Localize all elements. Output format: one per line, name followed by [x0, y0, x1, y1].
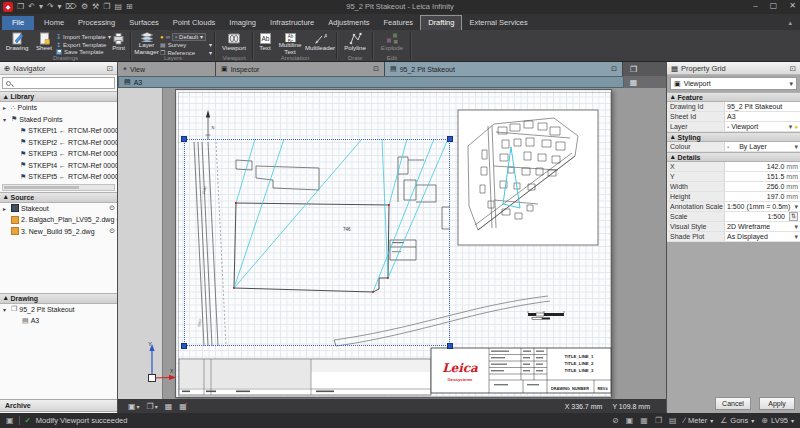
chevron-down-icon[interactable]: ▾	[789, 123, 793, 131]
undo-dropdown-icon[interactable]: ▾	[39, 1, 43, 12]
distance-unit-dropdown[interactable]: ∕Meter▾	[684, 416, 714, 425]
property-row-layer[interactable]: Layer ▪Viewport▾●	[667, 122, 800, 132]
grid-toggle-button[interactable]: ▦	[165, 402, 173, 411]
redo-icon[interactable]: ↷	[47, 1, 54, 12]
tab-point-clouds[interactable]: Point Clouds	[166, 16, 223, 30]
property-row-y[interactable]: Y 151.5mm	[667, 172, 800, 182]
tools-icon[interactable]: ⚒	[92, 1, 99, 12]
property-row-height[interactable]: Height 197.0mm	[667, 192, 800, 202]
apply-button[interactable]: Apply	[759, 397, 795, 410]
property-row-colour[interactable]: Colour ▪By Layer▾	[667, 142, 800, 152]
tab-surfaces[interactable]: Surfaces	[122, 16, 166, 30]
export-template-button[interactable]: ↥Export Template	[56, 41, 108, 48]
grid-snap-icon[interactable]: ▦	[640, 416, 648, 425]
viewport-handle-top-left[interactable]	[181, 136, 187, 142]
pin-icon[interactable]: ⊡	[611, 65, 617, 73]
tree-item-staked-point[interactable]: ⚑STKEPt1 ← RTCM-Ref 0000 (07/10/	[0, 125, 117, 137]
feature-section-header[interactable]: ▴Feature	[667, 92, 800, 102]
tree-item-staked-points[interactable]: ▾ ⚑ Staked Points	[0, 114, 117, 126]
a3-sheet[interactable]: 746 Platz 2560 N	[175, 89, 612, 398]
archive-box-icon[interactable]: ❐	[103, 1, 110, 12]
panel-toggle-button[interactable]: ▦	[627, 76, 640, 88]
property-row-scale[interactable]: Scale 1:500⇅	[667, 212, 800, 222]
property-row-x[interactable]: X 142.0mm	[667, 162, 800, 172]
property-row-annotation-scale[interactable]: Annotation Scale 1:500 (1mm = 0.5m)▾	[667, 202, 800, 212]
expander-icon[interactable]: ▾	[3, 306, 9, 313]
drawing-item-root[interactable]: ▾ ❐ 95_2 Pit Stakeout	[0, 304, 117, 316]
print-button[interactable]: Print	[108, 31, 129, 55]
tab-view[interactable]: ⌖ View	[118, 62, 216, 76]
delete-icon[interactable]: ⌦	[66, 1, 77, 12]
tab-external-services[interactable]: External Services	[462, 16, 534, 30]
minimize-button[interactable]: –	[753, 1, 757, 10]
tree-item-points[interactable]: ▸ ∴ Points	[0, 102, 117, 114]
layer-manager-button[interactable]: Layer Manager	[133, 31, 160, 55]
archive-section-header[interactable]: Archive	[0, 399, 117, 412]
tab-imaging[interactable]: Imaging	[222, 16, 263, 30]
tab-home[interactable]: Home	[37, 16, 71, 30]
expander-icon[interactable]: ▸	[3, 205, 9, 212]
layer-bulb-icon[interactable]: ●	[794, 124, 798, 130]
property-row-width[interactable]: Width 256.0mm	[667, 182, 800, 192]
viewport-handle-bottom-left[interactable]	[181, 343, 187, 349]
cancel-button[interactable]: Cancel	[715, 397, 751, 410]
tab-drafting[interactable]: Drafting	[420, 15, 462, 30]
report-icon[interactable]: ▤	[114, 1, 122, 12]
chevron-down-icon[interactable]: ▾	[794, 203, 798, 211]
pin-icon[interactable]: ⊡	[107, 64, 113, 73]
report-status-icon[interactable]: ▤	[669, 416, 677, 425]
polyline-button[interactable]: Polyline	[339, 31, 371, 55]
drawing-button[interactable]: Drawing	[2, 31, 32, 55]
tab-infrastructure[interactable]: Infrastructure	[263, 16, 321, 30]
copy-view-button[interactable]: ❐▾	[147, 402, 158, 411]
visibility-eye-icon[interactable]: ⊙	[109, 204, 117, 212]
tree-item-staked-point[interactable]: ⚑STKEPt5 ← RTCM-Ref 0000 (07/10/	[0, 171, 117, 183]
snap-grid-button[interactable]: ▦▪	[179, 402, 186, 411]
search-input[interactable]	[14, 80, 111, 87]
tab-adjustments[interactable]: Adjustments	[321, 16, 376, 30]
tab-pit-stakeout[interactable]: ▤ 95_2 Pit Stakeout ⊡	[385, 62, 623, 76]
selection-type-dropdown[interactable]: ▣ Viewport ▾	[670, 77, 797, 90]
ribbon-collapse-icon[interactable]: ▴	[788, 19, 792, 27]
tree-item-staked-point[interactable]: ⚑STKEPt4 ← RTCM-Ref 0000 (07/10/	[0, 160, 117, 172]
pin-icon[interactable]: ⊡	[373, 65, 379, 73]
chevron-down-icon[interactable]: ▾	[794, 233, 798, 241]
scrollbar-thumb[interactable]	[4, 186, 79, 189]
sheet-button[interactable]: Sheet	[32, 31, 56, 55]
visibility-eye-icon[interactable]: ⊙	[109, 227, 117, 235]
tab-file[interactable]: File	[2, 16, 34, 30]
open-icon[interactable]: ❒	[17, 1, 24, 12]
tree-item-staked-point[interactable]: ⚑STKEPt3 ← RTCM-Ref 0000 (07/10/	[0, 148, 117, 160]
visibility-eye-icon[interactable]: ⊙	[116, 216, 117, 224]
sheet-tab-a3[interactable]: ▤ A3	[118, 76, 624, 88]
angle-unit-dropdown[interactable]: ∠Gons▾	[720, 416, 754, 425]
property-row-shade-plot[interactable]: Shade Plot As Displayed▾	[667, 232, 800, 242]
viewport-handle-top-right[interactable]	[447, 136, 453, 142]
source-section-header[interactable]: ▴ Source	[0, 192, 117, 203]
details-section-header[interactable]: ▴Details	[667, 152, 800, 162]
layer-visibility-bulb-icon[interactable]: ●	[160, 34, 164, 40]
horizontal-scrollbar[interactable]	[2, 184, 115, 191]
tree-item-staked-point[interactable]: ⚑STKEPt2 ← RTCM-Ref 0000 (07/10/	[0, 137, 117, 149]
viewport-handle-bottom-right[interactable]	[447, 343, 453, 349]
tab-processing[interactable]: Processing	[71, 16, 122, 30]
background-color-button[interactable]: ▣▾	[128, 402, 140, 411]
property-row-visual-style[interactable]: Visual Style 2D Wireframe▾	[667, 222, 800, 232]
snap-off-icon[interactable]: ⊘	[612, 416, 619, 425]
panel-layout-icon[interactable]: ▣	[6, 416, 14, 425]
multiline-text-button[interactable]: AbBc Multiline Text	[275, 31, 305, 55]
tab-inspector[interactable]: ▣ Inspector ⊡	[216, 62, 385, 76]
expander-icon[interactable]: ▸	[3, 104, 9, 111]
export-icon[interactable]: ⊞	[126, 1, 133, 12]
pin-icon[interactable]: ⊡	[790, 64, 796, 73]
drawing-item-sheet-a3[interactable]: ▤ A3	[0, 315, 117, 327]
layers-status-icon[interactable]: ❐	[655, 416, 662, 425]
chevron-down-icon[interactable]: ▾	[794, 223, 798, 231]
library-section-header[interactable]: ▴ Library	[0, 91, 117, 102]
redo-dropdown-icon[interactable]: ▾	[58, 1, 62, 12]
settings-gear-icon[interactable]: ⚙	[81, 1, 88, 12]
scale-link-icon[interactable]: ⇅	[789, 212, 798, 221]
crs-dropdown[interactable]: ⊕LV95▾	[761, 416, 794, 425]
osnap-icon[interactable]: ▣	[626, 416, 634, 425]
source-item-dwg[interactable]: 2. Balgach_Plan_LV95_2.dwg ⊙	[0, 214, 117, 226]
